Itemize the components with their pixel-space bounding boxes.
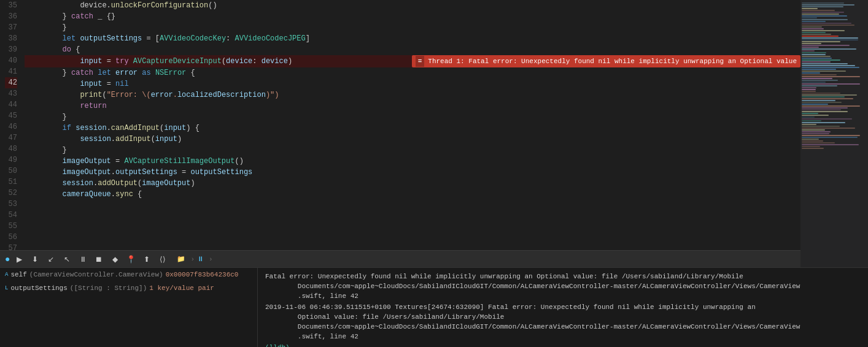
line-number-54: 54: [5, 210, 17, 221]
breakpoint-button[interactable]: ◆: [108, 253, 122, 265]
token: [27, 135, 80, 143]
minimap-line: [802, 13, 839, 15]
step-over-button[interactable]: ⬇: [28, 253, 42, 265]
token: ]: [306, 34, 310, 43]
minimap-line: [802, 98, 853, 99]
minimap-line: [802, 36, 839, 37]
token: AVVideoCodecJPEG: [235, 34, 306, 43]
minimap-line: [802, 135, 860, 136]
token: do: [63, 45, 71, 54]
minimap-line: [802, 105, 860, 107]
minimap-line: [802, 115, 829, 116]
token: :: [252, 57, 261, 66]
minimap-line: [802, 104, 828, 105]
token: [27, 57, 80, 66]
code-line-39: let outputSettings = [AVVideoCodecKey: A…: [25, 33, 800, 44]
token: sync: [115, 190, 133, 199]
token: AVCaptureStillImageOutput: [124, 157, 234, 166]
token: outputSettings: [115, 168, 177, 177]
minimap-line: [802, 109, 841, 110]
line-number-56: 56: [5, 232, 17, 243]
token: unlockForConfiguration: [111, 1, 208, 10]
token: =: [102, 57, 115, 66]
minimap-line: [802, 113, 818, 114]
filter-button[interactable]: ⟨⟩: [156, 253, 169, 265]
token: device: [226, 57, 252, 66]
location-button[interactable]: 📍: [124, 253, 138, 265]
minimap-line: [802, 37, 858, 39]
code-text-53: imageOutput = AVCaptureStillImageOutput(…: [27, 156, 800, 167]
code-text-50: session.addInput(input): [27, 134, 800, 145]
token: addInput: [115, 135, 151, 143]
line-number-40: 40: [5, 55, 17, 66]
minimap-content: [800, 0, 868, 267]
minimap-line: [802, 56, 831, 57]
minimap-line: [802, 100, 835, 101]
token: .: [111, 190, 115, 199]
token: as: [142, 69, 150, 77]
line-number-57: 57: [5, 243, 17, 250]
code-text-39: let outputSettings = [AVVideoCodecKey: A…: [27, 33, 800, 44]
token: (: [222, 57, 226, 66]
line-number-37: 37: [5, 22, 17, 33]
line-number-53: 53: [5, 199, 17, 210]
minimap-line: [802, 28, 824, 29]
code-line-53: imageOutput = AVCaptureStillImageOutput(…: [25, 156, 800, 167]
code-line-35: device.unlockForConfiguration(): [25, 0, 800, 11]
minimap-line: [802, 43, 821, 44]
token: print: [80, 91, 102, 99]
minimap-line: [802, 58, 832, 59]
line-number-51: 51: [5, 177, 17, 188]
minimap-line: [802, 139, 819, 140]
token: .: [107, 124, 111, 132]
token: {: [71, 45, 80, 54]
step-into-button[interactable]: ↙: [44, 253, 58, 265]
code-line-46: return: [25, 101, 800, 112]
line-number-50: 50: [5, 166, 17, 177]
minimap-line: [802, 8, 818, 9]
minimap-line: [802, 111, 848, 112]
token: [27, 157, 63, 166]
breadcrumb-textures-icon: 📁: [177, 255, 185, 263]
token: [27, 12, 63, 21]
token: let: [98, 69, 111, 77]
minimap-line: [802, 2, 844, 4]
continue-button[interactable]: ▶: [12, 253, 26, 265]
var-icon: A: [5, 269, 8, 280]
minimap-line: [802, 140, 823, 142]
line-number-55: 55: [5, 221, 17, 232]
share-button[interactable]: ⬆: [140, 253, 153, 265]
minimap-line: [802, 133, 829, 134]
minimap-line: [802, 78, 832, 79]
code-line-51: }: [25, 145, 800, 156]
minimap: [800, 0, 868, 267]
token: =: [111, 157, 125, 166]
token: ): [288, 57, 292, 66]
code-text-46: return: [27, 101, 800, 112]
minimap-line: [802, 34, 831, 35]
minimap-line: [802, 116, 815, 118]
minimap-line: [802, 126, 840, 127]
minimap-line: [802, 12, 844, 13]
minimap-line: [802, 128, 855, 129]
token: localizedDescription: [177, 91, 266, 99]
code-text-36: } catch _ {}: [27, 11, 800, 22]
code-line-41: do {: [25, 44, 800, 55]
minimap-line: [802, 120, 821, 121]
line-number-35: 35: [5, 0, 17, 11]
code-panel: 3536373839404142434445464748495051525354…: [0, 0, 800, 267]
code-text-58: cameraQueue.sync {: [27, 189, 800, 200]
var-type: ([String : String]): [70, 283, 147, 294]
stop-button[interactable]: ⏹: [92, 253, 106, 265]
pause-button[interactable]: ⏸: [76, 253, 90, 265]
code-text-51: }: [27, 145, 800, 156]
token: let: [63, 34, 76, 43]
error-eq-sign: =: [416, 56, 425, 67]
code-text-41: do {: [27, 44, 800, 55]
line-number-39: 39: [5, 44, 17, 55]
minimap-line: [802, 65, 855, 66]
step-out-button[interactable]: ↖: [60, 253, 74, 265]
minimap-line: [802, 63, 848, 64]
minimap-line: [802, 6, 843, 7]
token: imageOutput: [142, 179, 190, 188]
